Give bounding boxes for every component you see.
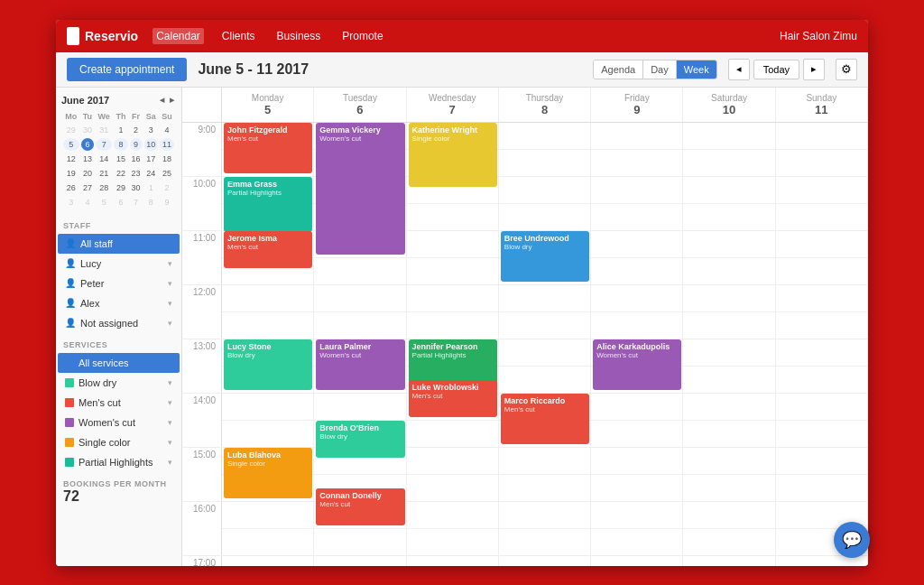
mini-cal-day[interactable]: 22 <box>114 167 127 180</box>
staff-item[interactable]: 👤 Not assigned ▾ <box>58 313 180 333</box>
cal-cell[interactable] <box>499 448 591 501</box>
cal-cell[interactable] <box>776 448 868 501</box>
cal-cell[interactable] <box>591 448 683 501</box>
cal-cell[interactable] <box>683 556 775 566</box>
create-appointment-button[interactable]: Create appointment <box>67 58 187 81</box>
cal-cell[interactable] <box>499 285 591 339</box>
mini-cal-day[interactable]: 15 <box>114 153 127 165</box>
agenda-view-btn[interactable]: Agenda <box>594 60 643 79</box>
mini-cal-day[interactable]: 1 <box>144 181 158 194</box>
calendar-event[interactable]: Luba Blahova Single color <box>224 448 312 498</box>
calendar-event[interactable]: Marco Riccardo Men's cut <box>501 394 589 444</box>
cal-cell[interactable] <box>776 177 868 230</box>
mini-cal-day[interactable]: 11 <box>160 138 174 151</box>
mini-cal-day[interactable]: 14 <box>96 153 112 165</box>
mini-cal-day[interactable]: 27 <box>81 181 95 194</box>
staff-item[interactable]: 👤 Lucy ▾ <box>58 254 180 274</box>
cal-cell[interactable] <box>499 177 591 230</box>
cal-cell[interactable] <box>683 231 775 284</box>
cal-cell[interactable] <box>314 285 406 339</box>
cal-cell[interactable] <box>499 123 591 176</box>
mini-cal-day[interactable]: 6 <box>114 196 127 209</box>
calendar-event[interactable]: Katherine Wright Single color <box>409 123 497 187</box>
mini-cal-day[interactable]: 8 <box>144 196 158 209</box>
cal-cell[interactable] <box>499 502 591 555</box>
cal-cell[interactable] <box>591 502 683 555</box>
mini-cal-day[interactable]: 3 <box>63 196 79 209</box>
cal-cell[interactable] <box>222 285 314 339</box>
cal-cell[interactable] <box>407 448 499 501</box>
service-item[interactable]: Blow dry ▾ <box>58 373 180 393</box>
cal-cell[interactable] <box>222 556 314 566</box>
chat-button[interactable]: 💬 <box>834 522 870 558</box>
calendar-event[interactable]: Connan Donelly Men's cut <box>316 488 404 525</box>
cal-cell[interactable] <box>407 502 499 555</box>
calendar-event[interactable]: Brenda O'Brien Blow dry <box>316 421 404 458</box>
cal-cell[interactable] <box>683 502 775 555</box>
staff-item[interactable]: 👤 Peter ▾ <box>58 274 180 293</box>
service-item[interactable]: Women's cut ▾ <box>58 413 180 432</box>
staff-item[interactable]: 👤 Alex ▾ <box>58 293 180 313</box>
cal-cell[interactable] <box>683 448 775 501</box>
day-view-btn[interactable]: Day <box>643 60 677 79</box>
week-view-btn[interactable]: Week <box>677 60 716 79</box>
mini-cal-day[interactable]: 28 <box>96 181 112 194</box>
cal-cell[interactable] <box>591 177 683 230</box>
cal-cell[interactable] <box>683 285 775 339</box>
mini-cal-day[interactable]: 21 <box>96 167 112 180</box>
cal-cell[interactable] <box>222 394 314 447</box>
mini-cal-day[interactable]: 29 <box>63 124 79 136</box>
mini-cal-day[interactable]: 25 <box>160 167 174 180</box>
mini-cal-day[interactable]: 5 <box>96 196 112 209</box>
calendar-event[interactable]: Gemma Vickery Women's cut <box>316 123 404 255</box>
cal-cell[interactable] <box>591 556 683 566</box>
prev-week-button[interactable]: ◂ <box>728 59 750 80</box>
mini-cal-day[interactable]: 18 <box>160 153 174 165</box>
mini-cal-day[interactable]: 3 <box>144 124 158 136</box>
mini-cal-day[interactable]: 30 <box>81 124 95 136</box>
mini-cal-day[interactable]: 1 <box>114 124 127 136</box>
service-item[interactable]: All services <box>58 353 180 373</box>
mini-cal-next[interactable]: ▸ <box>168 95 176 105</box>
calendar-event[interactable]: John Fitzgerald Men's cut <box>224 123 312 173</box>
nav-business[interactable]: Business <box>273 28 325 44</box>
mini-cal-day[interactable]: 10 <box>144 138 158 151</box>
cal-cell[interactable] <box>776 285 868 339</box>
mini-cal-day[interactable]: 9 <box>130 138 143 151</box>
mini-cal-day[interactable]: 4 <box>81 196 95 209</box>
mini-cal-day[interactable]: 7 <box>130 196 143 209</box>
cal-cell[interactable] <box>591 231 683 284</box>
settings-button[interactable]: ⚙ <box>836 59 857 80</box>
cal-cell[interactable] <box>591 394 683 447</box>
mini-cal-day[interactable]: 13 <box>81 153 95 165</box>
mini-cal-day[interactable]: 2 <box>160 181 174 194</box>
cal-cell[interactable] <box>222 502 314 555</box>
cal-cell[interactable] <box>776 231 868 284</box>
calendar-event[interactable]: Laura Palmer Women's cut <box>316 339 404 390</box>
mini-cal-day[interactable]: 29 <box>114 181 127 194</box>
mini-cal-day[interactable]: 30 <box>130 181 143 194</box>
mini-cal-day[interactable]: 23 <box>130 167 143 180</box>
cal-cell[interactable] <box>314 556 406 566</box>
mini-cal-day[interactable]: 8 <box>114 138 127 151</box>
cal-cell[interactable] <box>683 123 775 176</box>
service-item[interactable]: Men's cut ▾ <box>58 393 180 413</box>
cal-cell[interactable] <box>499 556 591 566</box>
cal-cell[interactable] <box>683 339 775 393</box>
mini-cal-day[interactable]: 2 <box>130 124 143 136</box>
mini-cal-day[interactable]: 19 <box>63 167 79 180</box>
cal-cell[interactable] <box>591 285 683 339</box>
mini-cal-day[interactable]: 24 <box>144 167 158 180</box>
nav-clients[interactable]: Clients <box>218 28 259 44</box>
cal-cell[interactable] <box>407 556 499 566</box>
mini-cal-day[interactable]: 6 <box>81 138 95 151</box>
next-week-button[interactable]: ▸ <box>803 59 825 80</box>
service-item[interactable]: Single color ▾ <box>58 432 180 452</box>
cal-cell[interactable] <box>407 285 499 339</box>
mini-cal-day[interactable]: 31 <box>96 124 112 136</box>
today-button[interactable]: Today <box>753 60 799 79</box>
calendar-event[interactable]: Emma Grass Partial Highlights <box>224 177 312 232</box>
cal-cell[interactable] <box>407 231 499 284</box>
calendar-event[interactable]: Bree Undrewood Blow dry <box>501 231 589 282</box>
cal-cell[interactable] <box>499 339 591 393</box>
